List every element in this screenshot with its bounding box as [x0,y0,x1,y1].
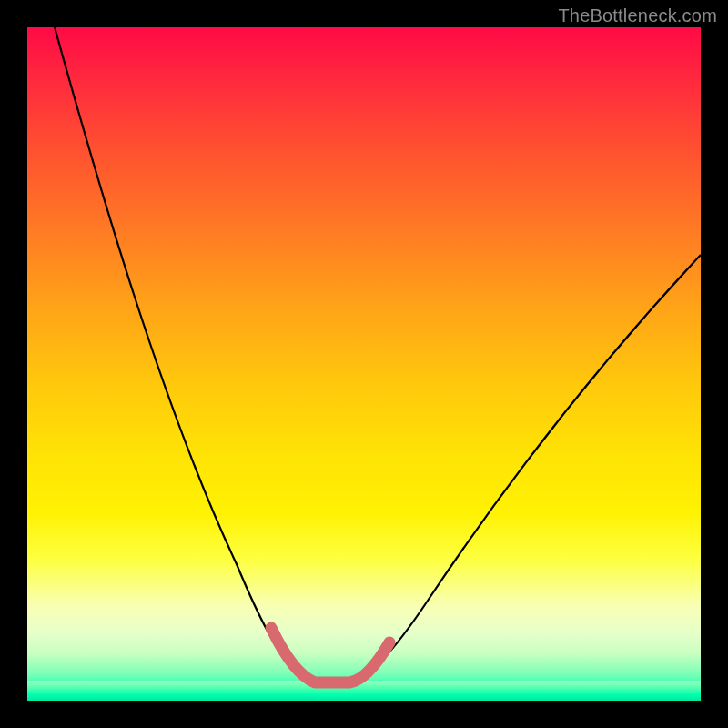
chart-frame: TheBottleneck.com [0,0,728,728]
curve-layer [27,27,701,701]
watermark-text: TheBottleneck.com [558,5,717,26]
bottleneck-curve-right [349,255,701,682]
bottleneck-curve-left [55,27,315,682]
bottleneck-minimum-highlight [271,628,389,682]
plot-area [27,27,701,701]
